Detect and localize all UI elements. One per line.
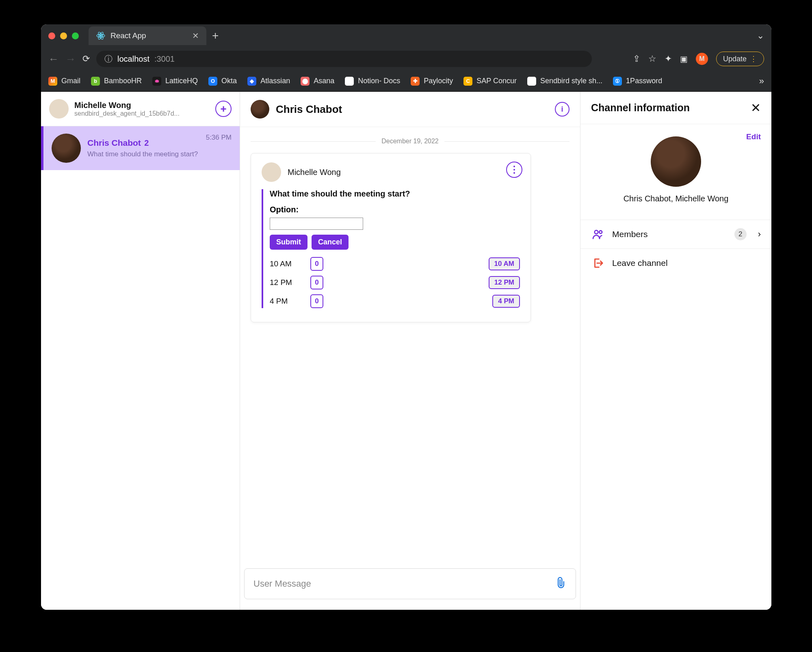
avatar	[262, 162, 281, 182]
poll: What time should the meeting start? Opti…	[262, 189, 520, 308]
conversation-header: Chris Chabot i	[240, 92, 580, 127]
poll-vote-count: 0	[310, 276, 323, 289]
unread-count: 2	[144, 138, 149, 147]
members-count-badge: 2	[734, 228, 747, 240]
address-bar[interactable]: ⓘ localhost:3001	[96, 51, 592, 67]
leave-icon	[591, 256, 605, 270]
channel-info-panel: Channel information ✕ Edit Chris Chabot,…	[580, 92, 771, 610]
composer-area	[240, 562, 580, 610]
maximize-window-icon[interactable]	[72, 32, 79, 39]
channel-time: 5:36 PM	[206, 134, 232, 142]
forward-button: →	[65, 53, 76, 65]
message-more-button[interactable]	[506, 162, 522, 178]
edit-link[interactable]: Edit	[746, 132, 761, 141]
members-icon	[591, 227, 605, 241]
channel-members-names: Chris Chabot, Michelle Wong	[591, 194, 761, 203]
site-info-icon[interactable]: ⓘ	[104, 54, 113, 65]
bookmark-bamboohr[interactable]: bBambooHR	[91, 77, 142, 86]
members-row[interactable]: Members 2 ›	[580, 220, 771, 248]
poll-option-row: 10 AM 0 10 AM	[270, 257, 520, 271]
members-label: Members	[612, 229, 648, 239]
info-panel-body: Edit Chris Chabot, Michelle Wong	[580, 124, 771, 220]
current-user-id: sendbird_desk_agent_id_15b6b7d...	[74, 110, 180, 117]
back-button[interactable]: ←	[48, 53, 59, 65]
message-input[interactable]	[253, 579, 555, 589]
cancel-button[interactable]: Cancel	[312, 235, 349, 250]
bookmark-notion[interactable]: NNotion- Docs	[345, 77, 400, 86]
reload-button[interactable]: ⟳	[82, 54, 90, 64]
poll-vote-count: 0	[310, 257, 323, 271]
panel-icon[interactable]: ▣	[680, 54, 688, 64]
conversation-panel: Chris Chabot i December 19, 2022 Michell…	[240, 92, 580, 610]
leave-channel-label: Leave channel	[612, 258, 668, 268]
channel-info-button[interactable]: i	[555, 102, 569, 117]
poll-option-text: 10 AM	[270, 259, 302, 268]
poll-option-row: 4 PM 0 4 PM	[270, 294, 520, 308]
window-controls	[48, 32, 79, 39]
poll-option-input[interactable]	[270, 218, 363, 230]
svg-point-4	[595, 230, 598, 234]
message-card: Michelle Wong What time should the meeti…	[251, 153, 531, 322]
message-composer[interactable]	[244, 568, 576, 599]
browser-window: React App ✕ + ⌄ ← → ⟳ ⓘ localhost:3001 ⇪…	[41, 24, 771, 610]
bookmark-latticehq[interactable]: ⩩LatticeHQ	[152, 77, 198, 86]
bookmarks-overflow-icon[interactable]: »	[759, 76, 764, 86]
info-panel-title: Channel information	[591, 102, 690, 114]
sidebar: Michelle Wong sendbird_desk_agent_id_15b…	[41, 92, 240, 610]
current-user-row: Michelle Wong sendbird_desk_agent_id_15b…	[41, 92, 240, 126]
attachment-icon[interactable]	[555, 576, 567, 592]
current-user-name: Michelle Wong	[74, 101, 180, 110]
leave-channel-row[interactable]: Leave channel	[580, 248, 771, 277]
channel-preview: What time should the meeting start?	[87, 150, 199, 158]
url-host: localhost	[117, 54, 149, 64]
star-icon[interactable]: ☆	[648, 54, 656, 64]
url-bar: ← → ⟳ ⓘ localhost:3001 ⇪ ☆ ✦ ▣ M Update⋮	[41, 47, 771, 71]
titlebar: React App ✕ + ⌄	[41, 24, 771, 47]
chrome-menu-icon[interactable]: ⋮	[750, 54, 757, 63]
bookmark-asana[interactable]: ⬤Asana	[301, 77, 334, 86]
bookmark-1password[interactable]: ①1Password	[613, 77, 662, 86]
poll-vote-button[interactable]: 10 AM	[489, 257, 520, 270]
bookmark-okta[interactable]: OOkta	[208, 77, 237, 86]
poll-question: What time should the meeting start?	[270, 189, 520, 199]
tabs-menu-icon[interactable]: ⌄	[757, 30, 764, 41]
date-separator: December 19, 2022	[251, 138, 569, 145]
share-icon[interactable]: ⇪	[633, 54, 640, 64]
tab-title: React App	[110, 31, 146, 40]
poll-option-text: 12 PM	[270, 278, 302, 287]
react-icon	[96, 31, 106, 41]
chevron-right-icon: ›	[758, 229, 761, 240]
tab-close-icon[interactable]: ✕	[192, 31, 199, 41]
message-thread[interactable]: December 19, 2022 Michelle Wong What tim…	[240, 127, 580, 562]
browser-tab[interactable]: React App ✕	[89, 26, 206, 45]
new-tab-button[interactable]: +	[212, 29, 219, 42]
close-panel-button[interactable]: ✕	[751, 101, 761, 115]
bookmark-atlassian[interactable]: ◆Atlassian	[247, 77, 290, 86]
bookmark-gmail[interactable]: MGmail	[48, 77, 80, 86]
poll-option-row: 12 PM 0 12 PM	[270, 276, 520, 289]
channel-avatar	[651, 136, 701, 187]
channel-name: Chris Chabot	[87, 138, 141, 147]
submit-button[interactable]: Submit	[270, 235, 307, 250]
minimize-window-icon[interactable]	[60, 32, 67, 39]
poll-vote-button[interactable]: 12 PM	[489, 276, 520, 289]
channel-item[interactable]: Chris Chabot 2 What time should the meet…	[41, 126, 240, 170]
bookmarks-bar: MGmail bBambooHR ⩩LatticeHQ OOkta ◆Atlas…	[41, 71, 771, 92]
conversation-title: Chris Chabot	[276, 103, 342, 116]
profile-avatar[interactable]: M	[696, 53, 708, 65]
bookmark-sap-concur[interactable]: CSAP Concur	[463, 77, 517, 86]
bookmark-sendbird[interactable]: NSendbird style sh...	[527, 77, 602, 86]
toolbar-icons: ⇪ ☆ ✦ ▣ M Update⋮	[633, 52, 764, 66]
avatar	[49, 99, 69, 119]
update-button[interactable]: Update⋮	[716, 52, 764, 66]
create-channel-button[interactable]: +	[215, 101, 232, 117]
poll-option-label: Option:	[270, 205, 520, 214]
avatar	[251, 100, 269, 119]
bookmark-paylocity[interactable]: ✚Paylocity	[411, 77, 453, 86]
poll-vote-count: 0	[310, 294, 323, 308]
info-panel-header: Channel information ✕	[580, 92, 771, 124]
extensions-icon[interactable]: ✦	[665, 54, 672, 64]
avatar	[52, 134, 81, 163]
poll-vote-button[interactable]: 4 PM	[492, 295, 520, 308]
close-window-icon[interactable]	[48, 32, 55, 39]
